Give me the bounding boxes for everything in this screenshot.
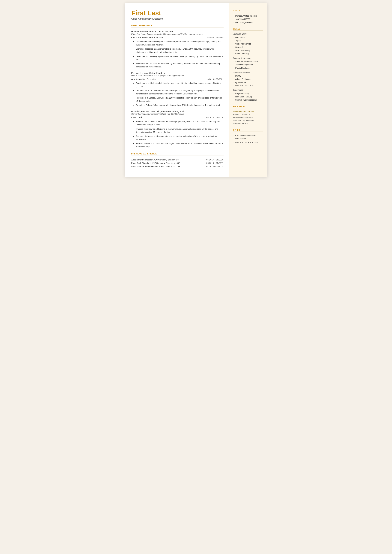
employer-block-1: Resume Worded, London, United Kingdom Ed… (131, 30, 224, 68)
skill-microsoft-office: Microsoft Office Suite (233, 84, 263, 87)
language-spanish: Spanish (Conversational) (233, 98, 263, 102)
skill-quickbooks: QuickBooks (233, 81, 263, 84)
employer-block-3: Growthsi, London, United Kingdom & Barce… (131, 110, 224, 148)
bullet-3-4: Indexed, coded, and preserved 40K pages … (133, 142, 224, 148)
main-column: First Last Office Administrative Assista… (125, 3, 229, 177)
skill-public-relations: Public Relations (233, 66, 263, 70)
prev-dates-1: 06/2017 – 05/2018 (206, 159, 223, 161)
prev-role-2: Front Desk Attendant, XYZ Company, New Y… (131, 162, 180, 164)
resume-container: First Last Office Administrative Assista… (125, 3, 267, 177)
bullet-1-1: Maintained database listing of 2K custom… (133, 40, 224, 46)
employer-name-3: Growthsi, London, United Kingdom & Barce… (131, 110, 224, 113)
language-romanian: Romanian (Native) (233, 95, 263, 98)
bullet-3-2: Tracked inventory for 1.9K items in the … (133, 127, 224, 134)
skill-admin-assistance: Administrative Assistance (233, 60, 263, 63)
prev-exp-row-1: Appointment Scheduler, ABC Company, Lond… (131, 159, 224, 161)
job-title-3: Data Clerk (131, 116, 143, 119)
tools-skills-list: MYOB Adobe Photoshop QuickBooks Microsof… (233, 74, 263, 87)
name: First Last (131, 9, 224, 17)
other-item-2: Microsoft Office Specialist. (233, 141, 263, 144)
skill-myob: MYOB (233, 74, 263, 78)
tools-skills-label: Tools and Software: (233, 71, 263, 74)
bullet-list-1: Maintained database listing of 2K custom… (131, 40, 224, 68)
job-title: Office Administrative Assistant (131, 17, 224, 20)
industry-skills-label: Industry Knowledge: (233, 57, 263, 59)
job-header-3: Data Clerk 06/2018 – 09/2019 (131, 116, 224, 119)
language-english: English (Native) (233, 92, 263, 95)
prev-role-3: Administrative Aide (Internship), ABC, N… (131, 165, 180, 168)
bullet-2-3: Requested, managed, and funded a $200K b… (133, 96, 224, 103)
technical-skills-label: Technical Skills: (233, 33, 263, 35)
contact-location: Dundee, United Kingdom (233, 14, 263, 18)
job-dates-3: 06/2018 – 09/2019 (206, 116, 223, 119)
skills-heading: SKILLS (233, 28, 263, 31)
bullet-1-4: Recorded zero conflicts for 21 weeks by … (133, 62, 224, 68)
skill-travel-management: Travel Management (233, 63, 263, 66)
skill-scheduling: Scheduling (233, 46, 263, 49)
contact-heading: CONTACT (233, 9, 263, 12)
employer-desc-2: NYSE-listed recruitment and employer bra… (131, 74, 224, 77)
prev-dates-2: 06/2016 – 05/2017 (206, 162, 223, 164)
contact-email: first.last@gmail.com (233, 21, 263, 24)
employer-desc-3: Career training and membership SaaS with… (131, 113, 224, 115)
job-title-2: Administrative Executive (131, 78, 157, 80)
bullet-list-2: Concluded a publicized administrative as… (131, 82, 224, 107)
skill-event-planning: Event Planning (233, 52, 263, 56)
employer-name-2: Polyhire, London, United Kingdom (131, 72, 224, 74)
job-dates-1: 08/2021 – Present (207, 36, 223, 39)
work-experience-heading: WORK EXPERIENCE (131, 24, 224, 28)
prev-role-1: Appointment Scheduler, ABC Company, Lond… (131, 159, 179, 161)
other-heading: OTHER (233, 129, 263, 132)
bullet-2-4: Organized Polyhire's first annual fall p… (133, 104, 224, 107)
job-title-1: Office Administrative Assistant (131, 36, 163, 39)
other-list: Certified Administrative Professional. M… (233, 134, 263, 144)
edu-school: University of New York (233, 110, 263, 113)
edu-degree: Bachelor of Science Business Administrat… (233, 113, 263, 125)
bullet-2-2: Obtained $70K for the departmental train… (133, 89, 224, 95)
education-heading: EDUCATION (233, 105, 263, 108)
job-dates-2: 10/2019 – 07/2021 (206, 78, 223, 80)
contact-list: Dundee, United Kingdom +44 1234567890 fi… (233, 14, 263, 24)
prev-exp-row-3: Administrative Aide (Internship), ABC, N… (131, 165, 224, 168)
employer-name-1: Resume Worded, London, United Kingdom (131, 30, 224, 33)
bullet-3-1: Ensured that financial statement data we… (133, 120, 224, 126)
employer-desc-1: Education technology startup with 50+ em… (131, 33, 224, 35)
contact-phone: +44 1234567890 (233, 18, 263, 21)
skill-typing: Typing (233, 39, 263, 42)
languages-list: English (Native) Romanian (Native) Spani… (233, 92, 263, 102)
employer-block-2: Polyhire, London, United Kingdom NYSE-li… (131, 72, 224, 107)
bullet-list-3: Ensured that financial statement data we… (131, 120, 224, 148)
skill-customer-service: Customer Service (233, 42, 263, 46)
prev-dates-3: 07/2014 – 05/2015 (206, 165, 223, 168)
bullet-3-3: Prepared database entries promptly and a… (133, 135, 224, 141)
job-header-2: Administrative Executive 10/2019 – 07/20… (131, 78, 224, 80)
bullet-1-3: Developed 13 new filing systems that inc… (133, 55, 224, 61)
languages-label: Languages: (233, 89, 263, 91)
prev-exp-row-2: Front Desk Attendant, XYZ Company, New Y… (131, 162, 224, 164)
previous-experience-heading: PREVIOUS EXPERIENCE (131, 153, 224, 156)
bullet-1-2: Completed records management tasks on sc… (133, 47, 224, 54)
skill-adobe-photoshop: Adobe Photoshop (233, 77, 263, 81)
skill-data-entry: Data Entry (233, 36, 263, 39)
other-item-1: Certified Administrative Professional. (233, 134, 263, 140)
bullet-2-1: Concluded a publicized administrative as… (133, 82, 224, 88)
industry-skills-list: Administrative Assistance Travel Managem… (233, 60, 263, 70)
job-header-1: Office Administrative Assistant 08/2021 … (131, 36, 224, 39)
sidebar: CONTACT Dundee, United Kingdom +44 12345… (229, 3, 267, 177)
technical-skills-list: Data Entry Typing Customer Service Sched… (233, 36, 263, 56)
skill-word-processing: Word Processing (233, 49, 263, 52)
